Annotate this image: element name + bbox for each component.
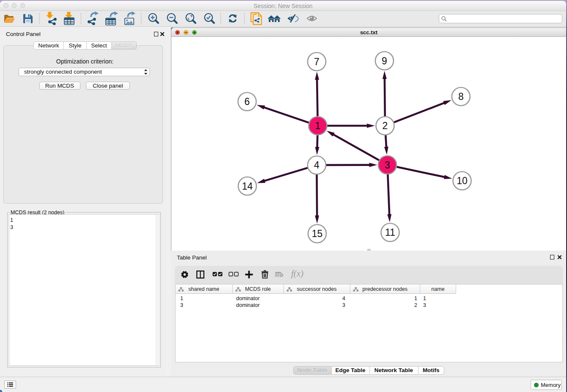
svg-text:8: 8 <box>458 91 464 102</box>
svg-text:2: 2 <box>383 120 388 131</box>
svg-text:6: 6 <box>245 96 250 107</box>
svg-text:3: 3 <box>385 160 390 171</box>
svg-text:14: 14 <box>242 181 253 192</box>
svg-text:11: 11 <box>385 227 395 238</box>
svg-text:10: 10 <box>457 175 468 186</box>
svg-text:7: 7 <box>314 56 319 67</box>
svg-text:1: 1 <box>315 120 321 131</box>
svg-text:9: 9 <box>382 55 387 66</box>
svg-text:15: 15 <box>312 228 323 239</box>
svg-text:4: 4 <box>314 160 319 171</box>
